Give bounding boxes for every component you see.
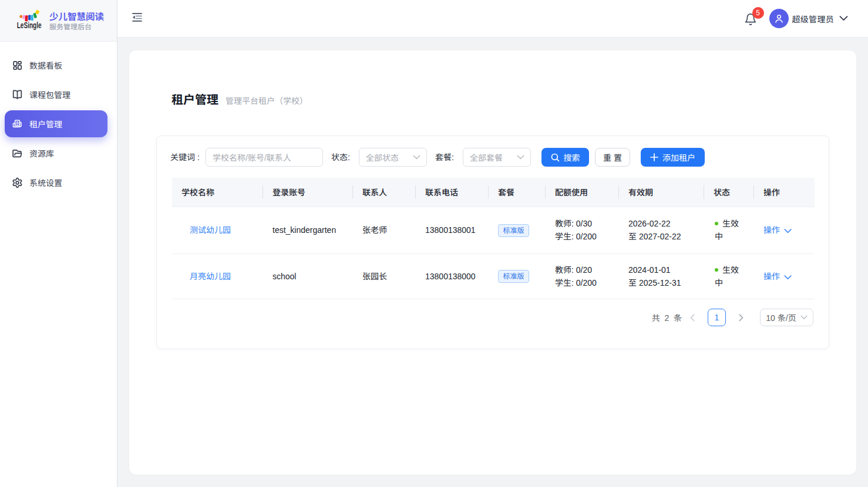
svg-text:LeSingle: LeSingle — [17, 21, 42, 30]
